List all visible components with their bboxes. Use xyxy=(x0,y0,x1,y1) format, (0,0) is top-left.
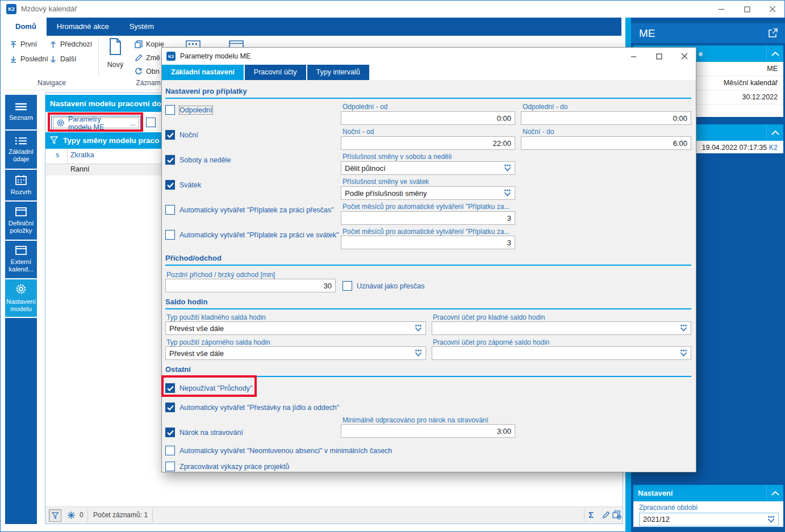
field-pocet1[interactable]: 3 xyxy=(341,211,515,225)
new-button[interactable]: Nový xyxy=(103,38,128,69)
checkbox-narok[interactable]: Nárok na stravování xyxy=(165,428,243,437)
checkbox-odpoledni[interactable]: Odpolední xyxy=(165,105,212,115)
dialog-minimize-button[interactable] xyxy=(624,49,643,64)
dropdown-prislusnost-so-ne[interactable]: Dělit půlnocí xyxy=(341,161,515,175)
settings-card: Nastavení Zpracované období 2021/12 xyxy=(633,484,784,527)
period-label: Zpracované období xyxy=(639,504,779,512)
checkbox-box[interactable] xyxy=(165,130,175,140)
checkbox-box[interactable] xyxy=(343,281,352,291)
dialog-body: Nastavení pro příplatky Odpolední Odpole… xyxy=(162,80,696,472)
menu-icon xyxy=(15,103,27,111)
first-button[interactable]: První xyxy=(10,40,37,48)
checkbox-box[interactable] xyxy=(165,462,175,471)
checkbox-uznavat[interactable]: Uznávat jako přesčas xyxy=(343,281,425,291)
checkbox-pruchody[interactable]: Nepoužívat "Průchody" xyxy=(165,383,252,393)
sum-button[interactable]: Σ xyxy=(588,510,594,520)
previous-button[interactable]: Předchozí xyxy=(49,40,92,48)
field-pocet2[interactable]: 3 xyxy=(341,236,515,249)
edit-icon[interactable] xyxy=(602,511,610,519)
checkbox-box[interactable] xyxy=(165,155,175,165)
period-dropdown[interactable]: 2021/12 xyxy=(639,513,779,526)
window-title: Mzdový kalendář xyxy=(21,1,77,18)
ribbon-divider xyxy=(98,38,99,76)
checkbox-svatek[interactable]: Svátek xyxy=(165,180,201,190)
dialog-tab-bar: Základní nastavení Pracovní účty Typy in… xyxy=(162,65,696,80)
checkbox-prestavky[interactable]: Automaticky vytvářet "Přestávky na jídlo… xyxy=(165,403,339,412)
checkbox-prescas[interactable]: Automaticky vytvářet "Příplatek za práci… xyxy=(165,205,333,215)
close-button[interactable] xyxy=(763,2,782,16)
section-prichod-odchod: Příchod/odchod xyxy=(165,254,691,266)
checkbox-box[interactable] xyxy=(165,428,175,437)
tab-zakladni-nastaveni[interactable]: Základní nastavení xyxy=(162,65,244,80)
user-link[interactable]: K2 xyxy=(769,144,778,152)
change-button[interactable]: Změ xyxy=(135,54,160,62)
card-header-nastaveni: Nastavení xyxy=(633,485,783,501)
box-icon xyxy=(15,246,27,255)
checkbox-soboty[interactable]: Soboty a neděle xyxy=(165,155,231,165)
dialog-maximize-button[interactable] xyxy=(649,49,669,64)
status-divider xyxy=(152,509,153,522)
dialog-close-button[interactable] xyxy=(675,49,694,64)
field-noc-od[interactable]: 22:00 xyxy=(341,136,515,150)
minimize-button[interactable] xyxy=(712,2,731,16)
tab-typy-intervalu[interactable]: Typy intervalů xyxy=(307,65,369,80)
field-minimalne[interactable]: 3:00 xyxy=(341,424,515,438)
parametry-modelu-button[interactable]: Parametry modelu ME ... xyxy=(51,116,141,130)
record-count: Počet záznamů: 1 xyxy=(93,511,148,519)
checkbox-label: Svátek xyxy=(179,181,201,189)
collapse-button[interactable] xyxy=(766,45,783,62)
checkbox-vesvatek[interactable]: Automaticky vytvářet "Příplatek za práci… xyxy=(165,230,339,240)
filter-status-button[interactable] xyxy=(49,509,61,522)
panel-checkbox[interactable] xyxy=(146,118,156,127)
checkbox-box[interactable] xyxy=(165,180,175,190)
sidebar-item-nastaveni-modelu[interactable]: Nastavení modelu xyxy=(5,279,37,317)
sidebar-item-rozvrh[interactable]: Rozvrh xyxy=(5,170,37,200)
calendar-icon xyxy=(15,175,27,185)
checkbox-vykazy[interactable]: Zpracovávat výkazy práce projektů xyxy=(165,462,289,471)
field-label-noc-do: Noční - do xyxy=(523,128,554,136)
checkbox-nocni[interactable]: Noční xyxy=(165,130,198,140)
dropdown-ucet-klad[interactable] xyxy=(432,321,691,335)
freeze-icon[interactable] xyxy=(67,511,76,520)
tab-system[interactable]: Systém xyxy=(119,18,164,36)
checkbox-box[interactable] xyxy=(165,105,175,115)
sidebar-item-externi-kalendar[interactable]: Externí kalend... xyxy=(5,241,37,278)
sidebar-item-definicni-polozky[interactable]: Definiční položky xyxy=(5,202,37,240)
open-external-icon[interactable] xyxy=(768,28,778,38)
copy-button[interactable]: Kopie xyxy=(135,40,164,48)
tab-domu[interactable]: Domů xyxy=(5,18,47,36)
field-odp-do[interactable]: 0:00 xyxy=(521,111,691,125)
checkbox-label: Automaticky vytvářet "Přestávky na jídlo… xyxy=(179,404,339,412)
column-header-zkratka[interactable]: Zkratka xyxy=(70,151,94,159)
field-pozdni[interactable]: 30 xyxy=(165,279,336,292)
checkbox-box[interactable] xyxy=(165,446,175,455)
tab-pracovni-ucty[interactable]: Pracovní účty xyxy=(245,65,306,80)
dropdown-prislusnost-sv[interactable]: Podle příslušnosti směny xyxy=(341,186,515,200)
copy-note-icon[interactable] xyxy=(612,510,621,520)
checkbox-absence[interactable]: Automaticky vytvářet "Neomluvenou absenc… xyxy=(165,446,392,455)
next-button[interactable]: Další xyxy=(49,55,76,63)
field-noc-do[interactable]: 6:00 xyxy=(521,136,691,150)
section-ostatni: Ostatní xyxy=(165,365,691,377)
maximize-button[interactable] xyxy=(737,2,757,16)
refresh-button[interactable]: Obn xyxy=(135,68,160,76)
dropdown-typ-klad[interactable]: Převést vše dále xyxy=(165,321,426,335)
column-header-s[interactable]: s xyxy=(56,151,59,159)
dropdown-typ-zap[interactable]: Převést vše dále xyxy=(165,346,426,360)
collapse-button[interactable] xyxy=(766,124,783,141)
list-icon xyxy=(15,137,27,145)
tab-hromadne-akce[interactable]: Hromadné akce xyxy=(47,18,119,36)
gear-icon xyxy=(15,283,27,295)
checkbox-box[interactable] xyxy=(165,205,175,215)
freeze-count: 0 xyxy=(80,511,83,519)
checkbox-box[interactable] xyxy=(165,230,175,240)
checkbox-box[interactable] xyxy=(165,383,175,393)
last-button[interactable]: Poslední xyxy=(10,55,48,63)
sidebar-item-zakladni-udaje[interactable]: Základní údaje xyxy=(5,131,37,169)
sidebar-item-seznam[interactable]: Seznam xyxy=(5,95,37,129)
field-odp-od[interactable]: 0:00 xyxy=(341,111,515,125)
checkbox-box[interactable] xyxy=(165,403,175,412)
field-label-pocet1: Počet měsíců pro automatické vytváření "… xyxy=(343,203,510,211)
dropdown-ucet-zap[interactable] xyxy=(432,346,691,360)
collapse-button[interactable] xyxy=(766,485,783,501)
